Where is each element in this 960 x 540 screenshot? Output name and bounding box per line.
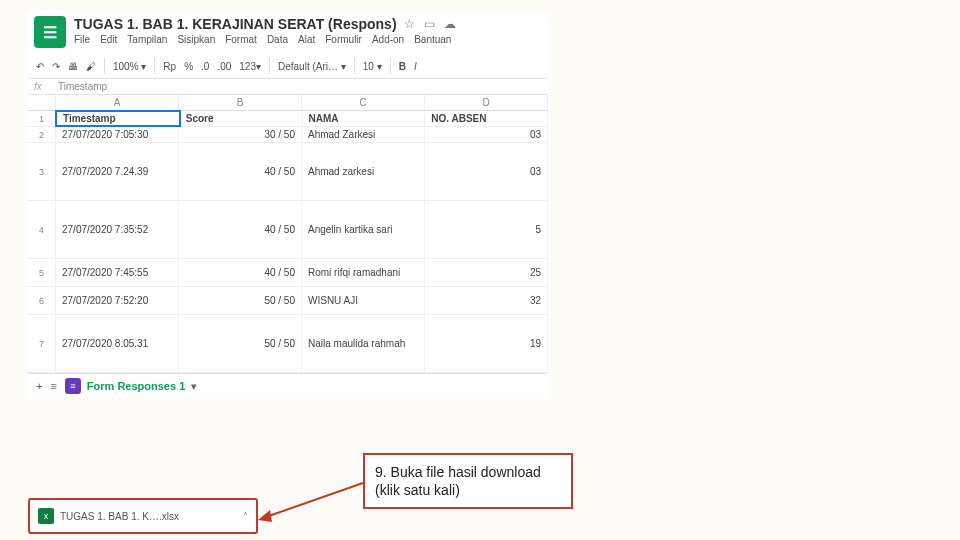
dec00-button[interactable]: .00 [217,61,231,72]
menu-view[interactable]: Tampilan [127,34,167,45]
download-chevron-icon[interactable]: ˄ [243,511,248,522]
undo-icon[interactable]: ↶ [36,61,44,72]
cell[interactable]: 50 / 50 [179,287,302,314]
formula-bar[interactable]: fx Timestamp [28,79,548,95]
menu-help[interactable]: Bantuan [414,34,451,45]
form-icon: ≡ [65,378,81,394]
spreadsheet-grid[interactable]: A B C D 1TimestampScoreNAMANO. ABSEN227/… [28,95,548,373]
row-number[interactable]: 7 [28,315,56,373]
menu-file[interactable]: File [74,34,90,45]
cell[interactable]: NAMA [303,111,426,126]
callout-arrow [258,478,368,528]
cell[interactable]: 27/07/2020 8.05.31 [56,315,179,372]
cell[interactable]: 40 / 50 [179,201,302,258]
menu-insert[interactable]: Sisipkan [177,34,215,45]
doc-title[interactable]: TUGAS 1. BAB 1. KERAJINAN SERAT (Respons… [74,16,397,32]
table-row[interactable]: 527/07/2020 7:45:5540 / 50Romi rifqi ram… [28,259,548,287]
cell[interactable]: 27/07/2020 7:35:52 [56,201,179,258]
cell[interactable]: 27/07/2020 7:52:20 [56,287,179,314]
col-b[interactable]: B [179,95,302,110]
row-number[interactable]: 3 [28,143,56,201]
cell[interactable]: 03 [425,127,548,142]
download-filename: TUGAS 1. BAB 1. K….xlsx [60,511,179,522]
cell[interactable]: 25 [425,259,548,286]
cell[interactable]: 27/07/2020 7:05:30 [56,127,179,142]
table-row[interactable]: 227/07/2020 7:05:3030 / 50Ahmad Zarkesi0… [28,127,548,143]
cloud-icon: ☁ [443,17,457,31]
select-all-cell[interactable] [28,95,56,110]
number-format[interactable]: 123▾ [239,61,261,72]
table-row[interactable]: 1TimestampScoreNAMANO. ABSEN [28,111,548,127]
cell[interactable]: 40 / 50 [179,259,302,286]
paint-format-icon[interactable]: 🖌 [86,61,96,72]
menu-edit[interactable]: Edit [100,34,117,45]
cell[interactable]: Angelin kartika sari [302,201,425,258]
cell[interactable]: Romi rifqi ramadhani [302,259,425,286]
sheet-tab-name: Form Responses 1 [87,380,185,392]
cell[interactable]: 27/07/2020 7:45:55 [56,259,179,286]
cell[interactable]: 27/07/2020 7.24.39 [56,143,179,200]
cell[interactable]: WISNU AJI [302,287,425,314]
row-number[interactable]: 4 [28,201,56,259]
sheet-tabs: + ≡ ≡ Form Responses 1 ▾ [28,373,548,398]
fx-label: fx [34,81,58,92]
cell[interactable]: Score [180,111,303,126]
menu-addon[interactable]: Add-on [372,34,404,45]
cell[interactable]: 30 / 50 [179,127,302,142]
row-number[interactable]: 1 [28,111,56,127]
cell[interactable]: NO. ABSEN [425,111,548,126]
font-select[interactable]: Default (Ari… ▾ [278,61,346,72]
currency-button[interactable]: Rp [163,61,176,72]
sheet-tab-caret[interactable]: ▾ [191,380,197,393]
cell[interactable]: 19 [425,315,548,372]
cell[interactable]: Timestamp [55,110,181,127]
redo-icon[interactable]: ↷ [52,61,60,72]
cell[interactable]: Ahmad Zarkesi [302,127,425,142]
instruction-callout: 9. Buka file hasil download (klik satu k… [363,453,573,509]
excel-icon: x [38,508,54,524]
print-icon[interactable]: 🖶 [68,61,78,72]
cell[interactable]: 50 / 50 [179,315,302,372]
menu-bar: File Edit Tampilan Sisipkan Format Data … [74,34,457,45]
toolbar: ↶ ↷ 🖶 🖌 100% ▾ Rp % .0 .00 123▾ Default … [28,54,548,79]
row-number[interactable]: 5 [28,259,56,287]
folder-icon[interactable]: ▭ [423,17,437,31]
cell[interactable]: 32 [425,287,548,314]
download-bar[interactable]: x TUGAS 1. BAB 1. K….xlsx ˄ [28,498,258,534]
google-sheets-window: ☰ TUGAS 1. BAB 1. KERAJINAN SERAT (Respo… [28,12,548,398]
callout-text: 9. Buka file hasil download (klik satu k… [375,464,541,498]
row-number[interactable]: 6 [28,287,56,315]
zoom-select[interactable]: 100% ▾ [113,61,146,72]
sheets-logo-icon: ☰ [34,16,66,48]
table-row[interactable]: 327/07/2020 7.24.3940 / 50Ahmad zarkesi0… [28,143,548,201]
svg-marker-1 [258,510,272,522]
col-d[interactable]: D [425,95,548,110]
cell[interactable]: Naila maulida rahmah [302,315,425,372]
bold-button[interactable]: B [399,61,406,72]
cell[interactable]: Ahmad zarkesi [302,143,425,200]
all-sheets-button[interactable]: ≡ [50,380,56,392]
col-c[interactable]: C [302,95,425,110]
cell[interactable]: 5 [425,201,548,258]
menu-tools[interactable]: Alat [298,34,315,45]
header: ☰ TUGAS 1. BAB 1. KERAJINAN SERAT (Respo… [28,12,548,48]
col-a[interactable]: A [56,95,179,110]
table-row[interactable]: 627/07/2020 7:52:2050 / 50WISNU AJI32 [28,287,548,315]
formula-value: Timestamp [58,81,107,92]
menu-format[interactable]: Format [225,34,257,45]
add-sheet-button[interactable]: + [36,380,42,392]
italic-button[interactable]: I [414,61,417,72]
star-icon[interactable]: ☆ [403,17,417,31]
menu-form[interactable]: Formulir [325,34,362,45]
percent-button[interactable]: % [184,61,193,72]
cell[interactable]: 40 / 50 [179,143,302,200]
table-row[interactable]: 727/07/2020 8.05.3150 / 50Naila maulida … [28,315,548,373]
menu-data[interactable]: Data [267,34,288,45]
table-row[interactable]: 427/07/2020 7:35:5240 / 50Angelin kartik… [28,201,548,259]
row-number[interactable]: 2 [28,127,56,143]
svg-line-0 [263,483,363,518]
sheet-tab-active[interactable]: ≡ Form Responses 1 ▾ [65,378,197,394]
dec0-button[interactable]: .0 [201,61,209,72]
font-size[interactable]: 10 ▾ [363,61,382,72]
cell[interactable]: 03 [425,143,548,200]
